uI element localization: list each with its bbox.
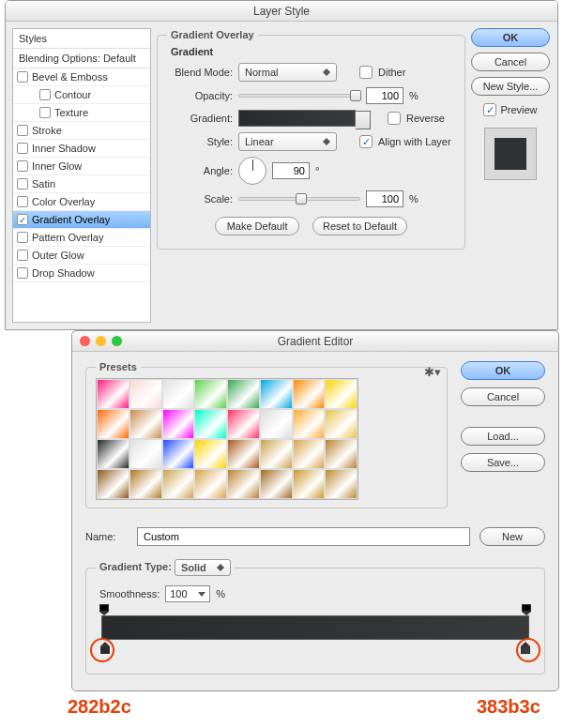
sidebar-item-inner-glow[interactable]: Inner Glow (13, 158, 150, 175)
preset-swatch[interactable] (260, 409, 293, 439)
preset-swatch[interactable] (325, 469, 358, 499)
angle-input[interactable] (272, 162, 310, 179)
ge-cancel-button[interactable]: Cancel (461, 387, 545, 406)
ge-new-button[interactable]: New (479, 527, 545, 546)
minimize-icon[interactable] (96, 336, 106, 346)
preset-swatch[interactable] (227, 379, 260, 409)
reset-default-button[interactable]: Reset to Default (312, 217, 407, 235)
opacity-stop-right[interactable] (522, 604, 531, 614)
preset-swatch[interactable] (325, 439, 358, 469)
preset-swatch[interactable] (293, 379, 326, 409)
blend-mode-select[interactable]: Normal (238, 63, 337, 82)
opacity-input[interactable] (366, 87, 403, 104)
preset-swatch[interactable] (260, 439, 293, 469)
sidebar-item-label: Stroke (32, 125, 62, 136)
sidebar-item-outer-glow[interactable]: Outer Glow (13, 247, 150, 265)
sidebar-checkbox[interactable] (17, 196, 28, 207)
preset-swatch[interactable] (194, 469, 227, 499)
preset-swatch[interactable] (97, 409, 129, 439)
preset-swatch[interactable] (325, 379, 358, 409)
preset-swatch[interactable] (293, 469, 326, 499)
opacity-slider[interactable] (238, 94, 360, 98)
zoom-icon[interactable] (112, 336, 122, 346)
sidebar-item-label: Texture (54, 107, 88, 118)
preset-swatch[interactable] (97, 379, 129, 409)
preset-swatch[interactable] (162, 469, 195, 499)
smoothness-input[interactable]: 100 (165, 585, 210, 602)
scale-input[interactable] (366, 190, 403, 207)
preset-swatch[interactable] (194, 379, 227, 409)
ok-button[interactable]: OK (471, 28, 550, 47)
gradient-type-select[interactable]: Solid (175, 559, 231, 576)
layerstyle-action-column: OK Cancel New Style... ✓ Preview (471, 22, 557, 329)
preset-swatch[interactable] (162, 439, 195, 469)
angle-dial[interactable] (238, 157, 266, 185)
gradient-picker[interactable] (238, 110, 356, 127)
sidebar-checkbox[interactable] (17, 267, 28, 279)
presets-label: Presets (96, 361, 141, 372)
styles-sidebar: Styles Blending Options: Default Bevel &… (12, 28, 151, 323)
sidebar-checkbox[interactable] (39, 89, 51, 100)
ge-save-button[interactable]: Save... (461, 453, 545, 472)
sidebar-item-color-overlay[interactable]: Color Overlay (13, 193, 150, 211)
sidebar-checkbox[interactable] (17, 125, 28, 136)
sidebar-item-inner-shadow[interactable]: Inner Shadow (13, 140, 150, 158)
sidebar-checkbox[interactable] (17, 71, 28, 83)
preset-swatch[interactable] (129, 439, 162, 469)
sidebar-checkbox[interactable] (17, 160, 28, 172)
preset-swatch[interactable] (129, 409, 162, 439)
sidebar-checkbox[interactable] (17, 178, 28, 190)
sidebar-item-pattern-overlay[interactable]: Pattern Overlay (13, 229, 150, 247)
presets-grid[interactable] (96, 378, 358, 500)
sidebar-item-bevel-emboss[interactable]: Bevel & Emboss (13, 68, 150, 86)
close-icon[interactable] (80, 336, 90, 346)
style-select[interactable]: Linear (238, 132, 337, 151)
preset-swatch[interactable] (260, 469, 293, 499)
preview-checkbox[interactable]: ✓ (483, 103, 496, 116)
gradient-name-input[interactable] (137, 527, 470, 546)
preset-swatch[interactable] (129, 469, 162, 499)
gradient-bar[interactable] (101, 615, 529, 640)
sidebar-checkbox[interactable] (17, 250, 28, 261)
preset-swatch[interactable] (97, 469, 129, 499)
sidebar-checkbox[interactable] (39, 107, 51, 118)
ge-ok-button[interactable]: OK (461, 361, 545, 380)
preset-swatch[interactable] (97, 439, 129, 469)
make-default-button[interactable]: Make Default (215, 217, 299, 235)
gear-icon[interactable]: ✱▾ (424, 365, 441, 379)
preset-swatch[interactable] (260, 379, 293, 409)
sidebar-item-drop-shadow[interactable]: Drop Shadow (13, 265, 150, 282)
dither-checkbox[interactable] (359, 66, 373, 79)
preset-swatch[interactable] (162, 379, 195, 409)
preset-swatch[interactable] (162, 409, 195, 439)
sidebar-item-gradient-overlay[interactable]: ✓Gradient Overlay (13, 211, 150, 229)
sidebar-checkbox[interactable] (17, 143, 28, 154)
sidebar-styles-header[interactable]: Styles (13, 29, 150, 49)
cancel-button[interactable]: Cancel (471, 53, 550, 71)
align-checkbox[interactable]: ✓ (359, 135, 373, 148)
sidebar-checkbox[interactable] (17, 232, 28, 243)
scale-slider[interactable] (238, 197, 360, 201)
sidebar-checkbox[interactable]: ✓ (17, 214, 28, 225)
new-style-button[interactable]: New Style... (471, 77, 550, 96)
sidebar-item-texture[interactable]: Texture (13, 104, 150, 122)
preset-swatch[interactable] (293, 439, 326, 469)
sidebar-item-contour[interactable]: Contour (13, 86, 150, 104)
opacity-stop-left[interactable] (99, 604, 109, 614)
ge-load-button[interactable]: Load... (461, 427, 545, 446)
preset-swatch[interactable] (325, 409, 358, 439)
reverse-checkbox[interactable] (388, 112, 401, 125)
sidebar-item-stroke[interactable]: Stroke (13, 122, 150, 140)
opacity-pct: % (409, 90, 418, 101)
sidebar-item-label: Drop Shadow (32, 267, 95, 279)
preset-swatch[interactable] (194, 409, 227, 439)
sidebar-blending-header[interactable]: Blending Options: Default (13, 49, 150, 68)
sidebar-item-satin[interactable]: Satin (13, 175, 150, 193)
preset-swatch[interactable] (194, 439, 227, 469)
preset-swatch[interactable] (227, 409, 260, 439)
preset-swatch[interactable] (293, 409, 326, 439)
window-controls[interactable] (80, 336, 122, 346)
preset-swatch[interactable] (129, 379, 162, 409)
preset-swatch[interactable] (227, 469, 260, 499)
preset-swatch[interactable] (227, 439, 260, 469)
